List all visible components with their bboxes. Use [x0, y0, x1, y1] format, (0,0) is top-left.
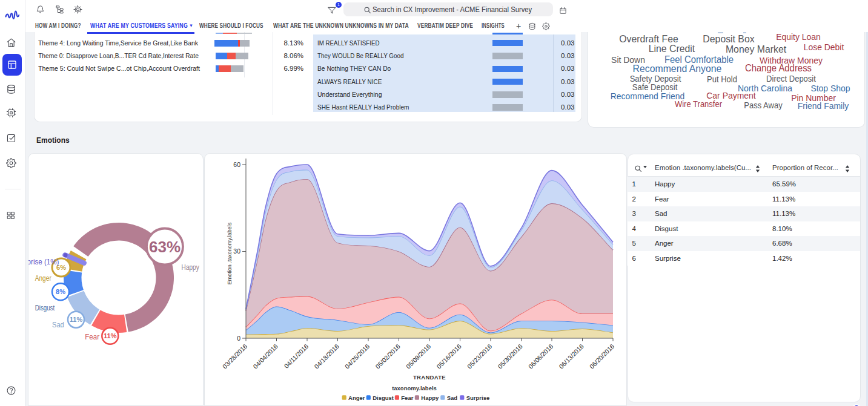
svg-text:63%: 63% — [149, 238, 181, 256]
svg-text:Anger: Anger — [35, 274, 51, 283]
svg-text:Surprise (1%): Surprise (1%) — [28, 258, 59, 266]
svg-text:04/11/2016: 04/11/2016 — [282, 342, 310, 370]
svg-text:Sad: Sad — [52, 321, 64, 329]
svg-text:Emotion .taxonomy.labels: Emotion .taxonomy.labels — [227, 222, 233, 284]
svg-text:Happy: Happy — [182, 263, 200, 272]
svg-text:Disgust: Disgust — [373, 395, 394, 401]
svg-text:0: 0 — [237, 335, 240, 342]
svg-text:05/23/2016: 05/23/2016 — [466, 342, 494, 370]
svg-text:04/04/2016: 04/04/2016 — [251, 342, 279, 370]
svg-text:Fear: Fear — [85, 333, 99, 341]
svg-text:06/20/2016: 06/20/2016 — [588, 342, 616, 370]
svg-text:60: 60 — [233, 161, 240, 168]
svg-text:06/06/2016: 06/06/2016 — [527, 342, 555, 370]
svg-text:05/09/2016: 05/09/2016 — [405, 342, 432, 370]
svg-text:04/25/2016: 04/25/2016 — [343, 342, 371, 370]
svg-text:03/28/2016: 03/28/2016 — [221, 342, 249, 370]
svg-text:Happy: Happy — [421, 395, 439, 401]
svg-text:Sad: Sad — [447, 395, 458, 401]
svg-text:Fear: Fear — [401, 395, 413, 401]
svg-text:05/16/2016: 05/16/2016 — [435, 342, 463, 370]
svg-text:05/02/2016: 05/02/2016 — [374, 342, 402, 370]
svg-text:Surprise: Surprise — [466, 395, 490, 401]
svg-text:Anger: Anger — [348, 395, 365, 401]
svg-text:30: 30 — [233, 247, 240, 255]
svg-text:06/13/2016: 06/13/2016 — [557, 342, 585, 370]
svg-text:05/30/2016: 05/30/2016 — [496, 342, 524, 370]
svg-text:Disgust: Disgust — [35, 304, 55, 312]
svg-text:04/18/2016: 04/18/2016 — [313, 342, 340, 370]
svg-text:TRANDATE: TRANDATE — [413, 374, 446, 381]
svg-text:8%: 8% — [56, 288, 65, 295]
svg-text:11%: 11% — [104, 332, 117, 339]
svg-text:11%: 11% — [70, 316, 83, 323]
svg-text:taxonomy.labels: taxonomy.labels — [392, 385, 437, 391]
